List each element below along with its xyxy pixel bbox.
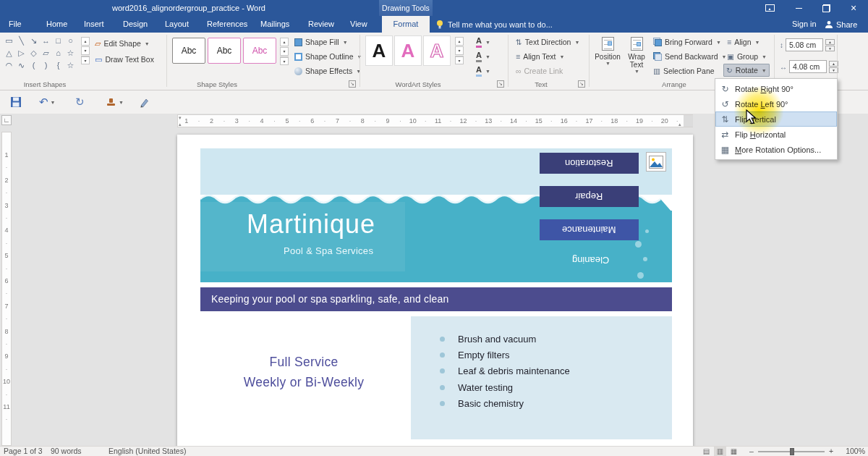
services-panel[interactable]: Brush and vacuum Empty filters Leaf & de… [411, 316, 672, 439]
wordart-style-1[interactable]: A [365, 35, 393, 66]
shape-icon[interactable]: ▷ [15, 47, 27, 59]
shape-icon[interactable]: ◇ [27, 47, 40, 59]
text-dialog-launcher[interactable]: ↘ [578, 80, 585, 88]
position-button[interactable]: Position ▼ [593, 35, 622, 83]
ribbon-display-options-button[interactable]: ▴ [758, 0, 781, 16]
web-layout-button[interactable]: ▦ [728, 447, 740, 456]
selection-pane-button[interactable]: ▥ Selection Pane [651, 64, 717, 77]
send-backward-button[interactable]: Send Backward ▼ [651, 50, 728, 63]
page-indicator[interactable]: Page 1 of 3 [4, 447, 43, 456]
zoom-in-button[interactable]: + [829, 447, 833, 456]
gallery-up-button[interactable]: ▴ [81, 37, 90, 46]
flyer-subtitle[interactable]: Pool & Spa Services [284, 245, 373, 256]
shape-fill-button[interactable]: Shape Fill ▼ [292, 35, 350, 48]
print-layout-button[interactable]: ▥ [714, 447, 726, 456]
wrap-text-button[interactable]: Wrap Text ▼ [622, 35, 651, 83]
text-effects-button[interactable]: A ▼ [474, 64, 493, 77]
tell-me-box[interactable]: Tell me what you want to do... [435, 16, 553, 33]
tab-design[interactable]: Design [123, 16, 148, 33]
menu-item-rotate-right[interactable]: ↻ Rotate Right 90° [715, 81, 837, 96]
bring-forward-button[interactable]: Bring Forward ▼ [651, 35, 723, 48]
tab-home[interactable]: Home [46, 16, 67, 33]
gallery-down-button[interactable]: ▾ [81, 46, 90, 55]
flyer-hero[interactable]: Martinique Pool & Spa Services Restorati… [200, 148, 672, 282]
edit-shape-button[interactable]: ▱ Edit Shape ▼ [93, 37, 152, 50]
first-line-indent-marker[interactable]: ▾ [179, 115, 182, 120]
shape-icon[interactable]: ☆ [64, 59, 77, 72]
shape-icon[interactable]: ∿ [15, 59, 27, 72]
tab-mailings[interactable]: Mailings [260, 16, 289, 33]
share-button[interactable]: Share [825, 16, 857, 33]
stepper-up-button[interactable]: ▲ [825, 39, 835, 45]
menu-item-flip-vertical[interactable]: ⇅ Flip Vertical [715, 111, 837, 127]
save-button[interactable] [10, 93, 22, 111]
tab-review[interactable]: Review [308, 16, 334, 33]
zoom-slider[interactable] [758, 451, 825, 452]
gallery-more-button[interactable]: ▾ [455, 56, 464, 64]
right-indent-marker[interactable]: ▴ [678, 122, 681, 127]
flipped-tab-repair[interactable]: Repair [540, 186, 639, 207]
tab-insert[interactable]: Insert [84, 16, 104, 33]
redo-button[interactable]: ↻ [75, 93, 85, 111]
tab-format[interactable]: Format [382, 16, 430, 33]
flipped-tab-maintenance[interactable]: Maintenance [540, 219, 639, 240]
shape-icon[interactable]: △ [3, 47, 15, 59]
flipped-tab-restoration[interactable]: Restoration [540, 153, 639, 174]
tab-references[interactable]: References [207, 16, 247, 33]
shape-icon[interactable]: ○ [64, 35, 77, 47]
shape-icon[interactable]: { [52, 59, 64, 72]
shape-icon[interactable]: ⌂ [52, 47, 64, 59]
document-page[interactable]: Martinique Pool & Spa Services Restorati… [177, 135, 693, 447]
stamp-button[interactable]: ▼ [106, 93, 124, 111]
word-count[interactable]: 90 words [51, 447, 82, 456]
shape-height-input[interactable] [786, 38, 823, 51]
shape-icon[interactable]: ( [27, 59, 40, 72]
group-button[interactable]: ▣ Group ▼ [725, 50, 769, 63]
tab-layout[interactable]: Layout [165, 16, 189, 33]
rotate-button[interactable]: ↻ Rotate ▼ [723, 64, 770, 77]
shape-effects-button[interactable]: Shape Effects ▼ [292, 64, 363, 77]
tab-file[interactable]: File [9, 16, 22, 33]
sign-in-link[interactable]: Sign in [792, 16, 817, 33]
text-direction-button[interactable]: ⇅ Text Direction ▼ [514, 35, 582, 48]
menu-item-flip-horizontal[interactable]: ⇄ Flip Horizontal [715, 127, 837, 142]
align-text-button[interactable]: ≡ Align Text ▼ [514, 50, 566, 63]
flipped-tab-cleaning[interactable]: Cleaning [558, 250, 624, 269]
shape-style-preview-2[interactable]: Abc [208, 38, 241, 64]
flyer-banner[interactable]: Keeping your pool or spa sparkling, safe… [200, 287, 672, 311]
wordart-style-3[interactable]: A [423, 35, 451, 66]
gallery-more-button[interactable]: ▾ [81, 56, 90, 64]
menu-item-more-rotation-options[interactable]: ▦ More Rotation Options... [715, 142, 837, 157]
menu-item-rotate-left[interactable]: ↺ Rotate Left 90° [715, 96, 837, 111]
pen-button[interactable] [139, 93, 150, 111]
wordart-style-2[interactable]: A [394, 35, 422, 66]
restore-button[interactable] [814, 0, 838, 16]
shape-icon[interactable]: ☆ [64, 47, 77, 59]
tab-stop-selector[interactable]: ∟ [1, 115, 12, 125]
shape-icon[interactable]: □ [52, 35, 64, 47]
shape-icon[interactable]: ▱ [40, 47, 52, 59]
full-service-text[interactable]: Full Service Weekly or Bi-Weekly [235, 352, 373, 392]
language-indicator[interactable]: English (United States) [109, 447, 186, 456]
draw-text-box-button[interactable]: ▭ Draw Text Box [93, 53, 156, 66]
image-placeholder[interactable] [646, 152, 666, 172]
shape-icon[interactable]: ◠ [3, 59, 15, 72]
gallery-up-button[interactable]: ▴ [280, 38, 289, 46]
read-mode-button[interactable]: ▤ [700, 447, 712, 456]
shape-icon[interactable]: ╲ [15, 35, 27, 47]
text-outline-button[interactable]: A ▼ [474, 50, 493, 63]
stepper-down-button[interactable]: ▼ [825, 46, 835, 51]
shape-width-input[interactable] [789, 60, 827, 73]
shape-outline-button[interactable]: Shape Outline ▼ [292, 50, 365, 63]
shape-styles-dialog-launcher[interactable]: ↘ [349, 80, 356, 88]
minimize-button[interactable] [787, 0, 810, 16]
gallery-down-button[interactable]: ▾ [455, 46, 464, 55]
zoom-level[interactable]: 100% [842, 447, 865, 456]
gallery-more-button[interactable]: ▾ [280, 56, 289, 65]
shape-icon[interactable]: ↔ [40, 35, 52, 47]
text-fill-button[interactable]: A ▼ [474, 35, 493, 48]
flyer-title[interactable]: Martinique [247, 209, 375, 240]
shape-style-preview-3[interactable]: Abc [243, 38, 276, 64]
gallery-up-button[interactable]: ▴ [455, 37, 464, 46]
shape-icon[interactable]: ) [40, 59, 52, 72]
